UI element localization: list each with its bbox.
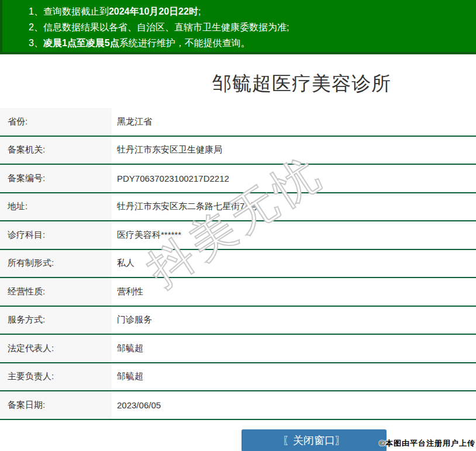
field-value: 医疗美容科****** <box>112 221 476 249</box>
field-label: 备案日期: <box>0 391 112 419</box>
field-label: 法定代表人: <box>0 335 112 362</box>
table-row: 主要负责人: 邹毓超 <box>0 363 476 392</box>
field-label: 备案机关: <box>0 137 112 164</box>
field-label: 服务方式: <box>0 307 112 334</box>
close-window-button[interactable]: 〖关闭窗口〗 <box>242 429 387 451</box>
notice-line: 1、查询数据截止到2024年10月20日22时; <box>29 4 476 19</box>
field-value: PDY70637023100217D2212 <box>112 165 476 192</box>
table-row: 地址: 牡丹江市东安区东二条路七星街74号 <box>0 193 476 222</box>
field-label: 经营性质: <box>0 278 112 306</box>
notice-text: 3、 <box>29 38 43 48</box>
table-row: 备案日期: 2023/06/05 <box>0 391 476 420</box>
field-value: 门诊服务 <box>112 307 476 334</box>
notice-line: 3、凌晨1点至凌晨5点系统进行维护，不能提供查询。 <box>29 35 476 51</box>
field-value: 牡丹江市东安区东二条路七星街74号 <box>112 193 476 221</box>
notice-text: 系统进行维护，不能提供查询。 <box>119 38 250 48</box>
table-row: 经营性质: 营利性 <box>0 278 476 307</box>
field-label: 所有制形式: <box>0 250 112 277</box>
field-value: 牡丹江市东安区卫生健康局 <box>112 137 476 164</box>
table-row: 法定代表人: 邹毓超 <box>0 335 476 363</box>
table-row: 备案编号: PDY70637023100217D2212 <box>0 165 476 193</box>
record-table: 省份: 黑龙江省 备案机关: 牡丹江市东安区卫生健康局 备案编号: PDY706… <box>0 108 476 420</box>
notice-list: 1、查询数据截止到2024年10月20日22时;2、信息数据结果以各省、自治区、… <box>29 4 476 51</box>
table-row: 所有制形式: 私人 <box>0 250 476 279</box>
notice-text: ; <box>198 6 201 16</box>
field-value: 私人 <box>112 250 476 277</box>
field-value: 营利性 <box>112 278 476 306</box>
field-label: 备案编号: <box>0 165 112 192</box>
notice-line: 2、信息数据结果以各省、自治区、直辖市卫生健康委数据为准; <box>29 19 476 35</box>
field-label: 地址: <box>0 193 112 221</box>
notice-text: 1、查询数据截止到 <box>29 6 109 16</box>
notice-text: 2、信息数据结果以各省、自治区、直辖市卫生健康委数据为准; <box>29 22 289 32</box>
record-rows: 省份: 黑龙江省 备案机关: 牡丹江市东安区卫生健康局 备案编号: PDY706… <box>0 108 476 420</box>
field-label: 主要负责人: <box>0 363 112 391</box>
field-label: 省份: <box>0 108 112 136</box>
field-label: 诊疗科目: <box>0 221 112 249</box>
notice-text-bold: 2024年10月20日22时 <box>109 6 198 16</box>
upload-attribution-watermark: ©本图由平台注册用户上传 <box>379 438 475 449</box>
table-row: 省份: 黑龙江省 <box>0 108 476 137</box>
page-title: 邹毓超医疗美容诊所 <box>64 72 476 95</box>
field-value: 邹毓超 <box>112 363 476 391</box>
table-row: 诊疗科目: 医疗美容科****** <box>0 221 476 250</box>
table-row: 备案机关: 牡丹江市东安区卫生健康局 <box>0 137 476 165</box>
notice-banner: 1、查询数据截止到2024年10月20日22时;2、信息数据结果以各省、自治区、… <box>0 0 476 54</box>
field-value: 2023/06/05 <box>112 391 476 419</box>
notice-text-bold: 凌晨1点至凌晨5点 <box>43 38 119 48</box>
table-row: 服务方式: 门诊服务 <box>0 307 476 335</box>
field-value: 黑龙江省 <box>112 108 476 136</box>
field-value: 邹毓超 <box>112 335 476 362</box>
